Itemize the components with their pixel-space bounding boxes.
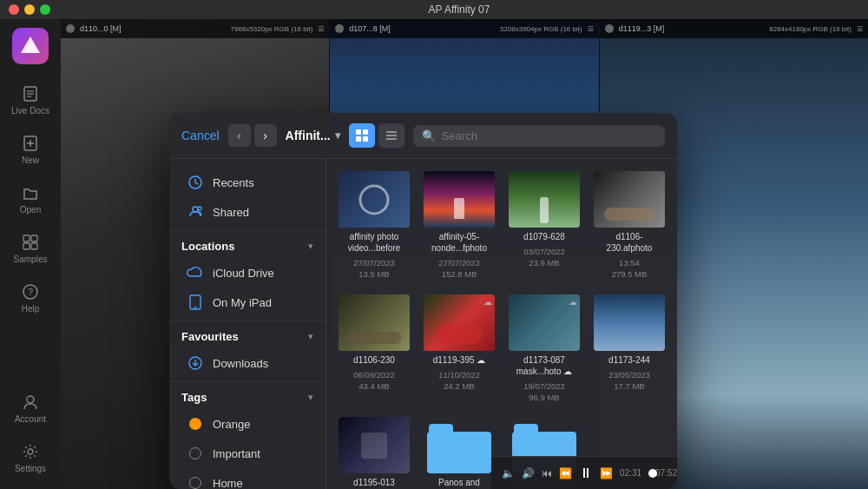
sidebar-item-open[interactable]: Open bbox=[4, 176, 56, 221]
sidebar-item-samples[interactable]: Samples bbox=[4, 226, 56, 271]
skip-forward-button[interactable]: ⏩ bbox=[600, 467, 613, 479]
maximize-button[interactable] bbox=[40, 4, 50, 15]
file-item-5[interactable]: ☁ d1119-395 ☁ 11/10/202224.2 MB bbox=[420, 291, 498, 407]
icloud-label: iCloud Drive bbox=[213, 267, 274, 280]
svg-rect-9 bbox=[23, 243, 30, 249]
samples-label: Samples bbox=[14, 254, 48, 264]
file-name-4: d1106-230 bbox=[353, 354, 395, 366]
new-icon bbox=[21, 134, 40, 153]
recents-icon bbox=[187, 174, 204, 191]
sidebar-item-livedocs[interactable]: Live Docs bbox=[4, 77, 56, 122]
file-meta-1: 27/07/2023152.8 MB bbox=[438, 257, 480, 281]
cancel-button[interactable]: Cancel bbox=[181, 129, 220, 142]
file-thumb-5: ☁ bbox=[424, 294, 495, 351]
tags-chevron: ▾ bbox=[308, 392, 313, 403]
svg-rect-15 bbox=[356, 129, 361, 135]
file-thumb-7 bbox=[594, 294, 665, 351]
favourites-header[interactable]: Favourites ▾ bbox=[169, 325, 326, 348]
volume-icon[interactable]: 🔈 bbox=[502, 467, 515, 479]
locations-header[interactable]: Locations ▾ bbox=[169, 235, 326, 258]
file-item-9[interactable]: Panos and bbox=[420, 413, 498, 489]
photo-col2-name: d107...8 [M] bbox=[349, 24, 495, 33]
livedocs-label: Live Docs bbox=[11, 106, 49, 116]
settings-label: Settings bbox=[15, 464, 46, 473]
traffic-lights bbox=[9, 4, 50, 15]
ipad-icon bbox=[187, 294, 204, 311]
photo-col2-menu[interactable]: ≡ bbox=[588, 23, 594, 35]
file-thumb-6: ☁ bbox=[509, 294, 580, 351]
sidebar-item-recents[interactable]: Recents bbox=[174, 168, 320, 197]
file-name-9: Panos and bbox=[438, 477, 480, 488]
volume-up-icon[interactable]: 🔊 bbox=[522, 467, 535, 479]
file-item-3[interactable]: d1106-230.afphoto 13:54279.5 MB bbox=[590, 168, 668, 284]
file-item-2[interactable]: d1079-628 03/07/202223.9 MB bbox=[505, 168, 583, 284]
svg-point-24 bbox=[198, 207, 201, 210]
sidebar-item-ipad[interactable]: On My iPad bbox=[174, 287, 320, 317]
sidebar-item-downloads[interactable]: Downloads bbox=[174, 348, 320, 378]
account-label: Account bbox=[15, 414, 46, 424]
file-name-6: d1173-087 mask...hoto ☁ bbox=[509, 354, 580, 377]
sidebar-item-home-tag[interactable]: Home bbox=[174, 468, 320, 489]
skip-back-button[interactable]: ⏪ bbox=[559, 467, 572, 479]
svg-rect-10 bbox=[31, 243, 37, 249]
file-item-7[interactable]: d1173-244 23/05/202317.7 MB bbox=[590, 291, 668, 407]
sidebar-item-help[interactable]: ? Help bbox=[4, 275, 56, 320]
sidebar-item-shared[interactable]: Shared bbox=[174, 197, 320, 227]
photo-col1-menu[interactable]: ≡ bbox=[318, 23, 324, 35]
search-bar[interactable]: 🔍 bbox=[413, 125, 665, 147]
favourites-chevron: ▾ bbox=[308, 331, 313, 342]
forward-button[interactable]: › bbox=[254, 124, 277, 147]
picker-title: Affinit... ▾ bbox=[286, 129, 340, 142]
sidebar-item-orange-tag[interactable]: Orange bbox=[174, 409, 320, 439]
search-input[interactable] bbox=[442, 129, 656, 142]
file-name-2: d1079-628 bbox=[523, 231, 565, 242]
settings-icon bbox=[21, 442, 40, 461]
tags-header[interactable]: Tags ▾ bbox=[169, 386, 326, 409]
svg-point-14 bbox=[28, 449, 33, 454]
open-label: Open bbox=[20, 205, 41, 215]
window-title: AP Affinity 07 bbox=[59, 3, 859, 16]
svg-rect-7 bbox=[23, 235, 30, 241]
divider-3 bbox=[169, 381, 326, 382]
close-button[interactable] bbox=[9, 4, 19, 15]
shared-icon bbox=[187, 203, 204, 221]
file-name-3: d1106-230.afphoto bbox=[594, 231, 665, 254]
file-item-1[interactable]: affinity-05-nonde...fphoto 27/07/2023152… bbox=[420, 168, 498, 284]
sidebar-item-account[interactable]: Account bbox=[4, 386, 56, 431]
favourites-title: Favourites bbox=[181, 330, 239, 343]
minimize-button[interactable] bbox=[24, 4, 35, 15]
home-tag-icon bbox=[187, 474, 204, 489]
grid-view-button[interactable] bbox=[349, 123, 375, 148]
file-item-8[interactable]: d1195-013 bbox=[335, 413, 413, 489]
play-pause-button[interactable]: ⏸ bbox=[579, 466, 593, 481]
file-thumb-8 bbox=[339, 417, 410, 473]
file-meta-0: 27/07/202313.5 MB bbox=[353, 257, 395, 281]
player-progress-thumb bbox=[648, 469, 657, 478]
app-sidebar: Live Docs New Open Samples ? Help bbox=[0, 19, 61, 489]
sidebar-item-icloud[interactable]: iCloud Drive bbox=[174, 258, 320, 287]
rewind-button[interactable]: ⏮ bbox=[542, 467, 552, 479]
sidebar-item-important-tag[interactable]: Important bbox=[174, 439, 320, 468]
back-button[interactable]: ‹ bbox=[228, 124, 251, 147]
sidebar-item-settings[interactable]: Settings bbox=[4, 435, 56, 480]
file-item-6[interactable]: ☁ d1173-087 mask...hoto ☁ 19/07/202296.9… bbox=[505, 291, 583, 407]
sidebar-item-new[interactable]: New bbox=[4, 127, 56, 172]
file-thumb-9 bbox=[424, 417, 495, 473]
file-name-0: affinity photo video...before bbox=[339, 231, 410, 254]
file-meta-5: 11/10/202224.2 MB bbox=[438, 369, 480, 393]
player-time-end: 07:52 bbox=[655, 468, 677, 478]
orange-tag-icon bbox=[187, 415, 204, 433]
photo-col3-menu[interactable]: ≡ bbox=[857, 23, 863, 35]
svg-text:?: ? bbox=[28, 287, 33, 297]
list-view-button[interactable] bbox=[378, 123, 404, 148]
file-item-4[interactable]: d1106-230 06/09/202243.4 MB bbox=[335, 291, 413, 407]
file-meta-7: 23/05/202317.7 MB bbox=[608, 369, 650, 393]
player-time-start: 02:31 bbox=[620, 468, 641, 478]
view-toggle bbox=[349, 123, 404, 148]
sync-icon-6: ☁ bbox=[569, 297, 577, 307]
important-tag-label: Important bbox=[213, 447, 260, 460]
file-thumb-3 bbox=[594, 171, 665, 228]
file-item-0[interactable]: affinity photo video...before 27/07/2023… bbox=[335, 168, 413, 284]
downloads-icon bbox=[187, 354, 204, 372]
app-logo bbox=[12, 28, 49, 64]
